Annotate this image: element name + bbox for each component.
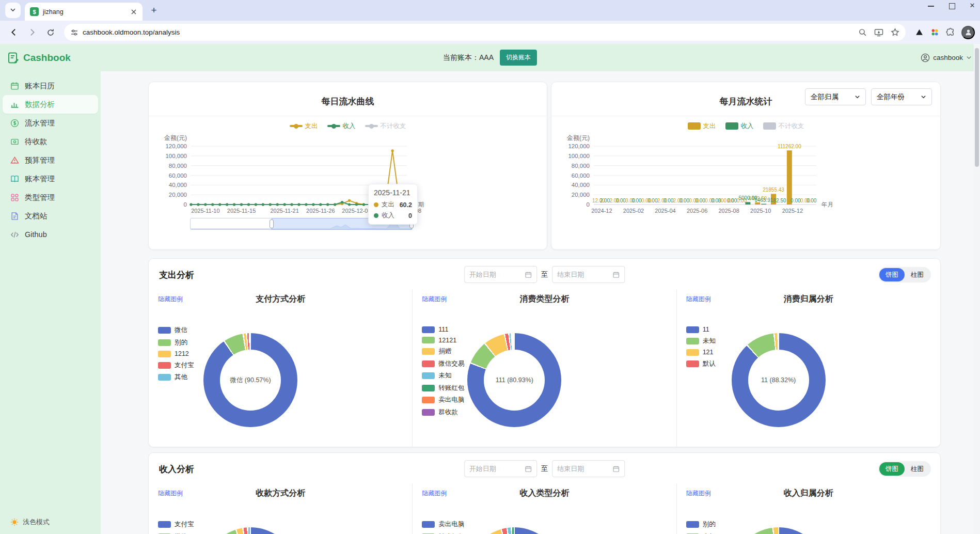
reload-button[interactable] — [42, 24, 59, 41]
calendar-icon — [525, 271, 532, 278]
legend-item[interactable]: 群收款 — [422, 408, 464, 417]
legend-item[interactable]: 微信 — [158, 326, 194, 335]
legend-item[interactable]: 微信交易 — [422, 359, 464, 368]
legend-item[interactable]: 11 — [686, 326, 716, 333]
tab-close-icon[interactable] — [129, 7, 138, 17]
new-tab-button[interactable]: + — [147, 3, 161, 18]
legend-item[interactable]: 卖出电脑 — [422, 520, 464, 529]
legend-item[interactable]: 未知 — [686, 532, 716, 534]
expense-bar-button[interactable]: 柱图 — [905, 268, 930, 281]
income-pie-button[interactable]: 饼图 — [879, 462, 905, 476]
sidebar-item-receivables[interactable]: 待收款 — [0, 132, 101, 151]
legend-item[interactable]: 收入 — [725, 122, 754, 131]
scrollbar-thumb[interactable] — [975, 48, 979, 167]
browser-tab[interactable]: $ jizhang — [25, 3, 143, 21]
sidebar-item-types[interactable]: 类型管理 — [0, 188, 101, 207]
hide-legend-link[interactable]: 隐藏图例 — [158, 295, 183, 304]
legend-item[interactable]: 12121 — [422, 337, 464, 344]
switch-book-button[interactable]: 切换账本 — [500, 50, 537, 66]
calendar-icon — [612, 271, 620, 278]
user-menu[interactable]: cashbook — [921, 53, 972, 62]
donut-chart[interactable] — [203, 527, 297, 534]
svg-text:2025-12-01: 2025-12-01 — [342, 208, 371, 214]
legend-item[interactable]: 121 — [686, 349, 716, 356]
url-bar[interactable]: cashbook.oldmoon.top/analysis — [64, 24, 906, 41]
book-icon — [10, 175, 19, 183]
income-start-date-input[interactable] — [464, 460, 537, 477]
legend-item[interactable]: 未知 — [686, 337, 716, 345]
legend-item[interactable]: 微信 — [158, 532, 194, 534]
sidebar-item-github[interactable]: Github — [0, 225, 101, 244]
browser-profile-avatar[interactable] — [961, 26, 975, 39]
window-maximize-button[interactable] — [948, 2, 955, 9]
legend-item[interactable]: 捐赠 — [422, 347, 464, 356]
sidebar-item-label: 文档站 — [25, 211, 48, 221]
svg-text:2025-11-26: 2025-11-26 — [306, 208, 335, 214]
legend-item[interactable]: 1212 — [158, 350, 194, 357]
legend-item[interactable]: 其他 — [158, 373, 194, 382]
bookmark-star-icon[interactable] — [891, 28, 899, 37]
sidebar-item-calendar[interactable]: 账本日历 — [0, 76, 101, 95]
hide-legend-link[interactable]: 隐藏图例 — [686, 489, 711, 498]
year-filter-select[interactable]: 全部年份 — [871, 88, 932, 105]
browser-tab-strip: $ jizhang + ✕ — [0, 0, 980, 21]
window-close-button[interactable]: ✕ — [969, 2, 976, 9]
sidebar-item-budget[interactable]: 预算管理 — [0, 151, 101, 169]
donut-chart[interactable]: 111 (80.93%) — [467, 333, 561, 427]
legend-item[interactable]: 默认 — [686, 359, 716, 368]
legend-item[interactable]: 111 — [422, 326, 464, 333]
expense-pie-button[interactable]: 饼图 — [879, 268, 905, 281]
legend-item[interactable]: 转账红包 — [422, 384, 464, 392]
legend-item[interactable]: 不计收支 — [365, 122, 406, 131]
donut-chart[interactable]: 11 (88.32%) — [732, 333, 826, 427]
pie-chart-title: 收入类型分析 — [413, 484, 676, 499]
legend-item[interactable]: 别的 — [158, 338, 194, 347]
legend-item[interactable]: 未知 — [422, 371, 464, 380]
donut-chart[interactable] — [467, 527, 561, 534]
legend-item[interactable]: 支出 — [290, 122, 318, 131]
sidebar-item-books[interactable]: 账本管理 — [0, 169, 101, 188]
legend-item[interactable]: 支付宝 — [158, 520, 194, 529]
legend-item[interactable]: 卖出电脑 — [422, 396, 464, 404]
donut-chart[interactable] — [732, 527, 826, 534]
income-bar-button[interactable]: 柱图 — [905, 462, 930, 476]
donut-chart[interactable]: 微信 (90.57%) — [203, 333, 297, 427]
page-scrollbar[interactable] — [974, 44, 980, 534]
back-button[interactable] — [5, 24, 22, 41]
sidebar-item-label: 账本日历 — [25, 81, 55, 91]
legend-item[interactable]: 别的 — [686, 520, 716, 529]
forward-button[interactable] — [24, 24, 40, 41]
legend-item[interactable]: 不计收支 — [763, 122, 804, 131]
legend-item[interactable]: 支出 — [688, 122, 716, 131]
datazoom-left-handle[interactable] — [270, 219, 274, 228]
app-logo[interactable]: Cashbook — [0, 52, 101, 64]
income-end-date-input[interactable] — [552, 460, 625, 477]
current-book-label: 当前账本：AAA — [443, 53, 494, 62]
colorful-extension-icon[interactable] — [930, 28, 939, 37]
tab-search-button[interactable] — [5, 3, 21, 18]
hide-legend-link[interactable]: 隐藏图例 — [422, 489, 447, 498]
legend-item[interactable]: 支付宝 — [158, 361, 194, 370]
extensions-puzzle-icon[interactable] — [946, 28, 955, 37]
hide-legend-link[interactable]: 隐藏图例 — [158, 489, 183, 498]
theme-toggle[interactable]: 浅色模式 — [10, 517, 50, 527]
sidebar-item-label: 账本管理 — [25, 174, 55, 184]
triangle-extension-icon[interactable] — [915, 28, 924, 37]
belong-filter-select[interactable]: 全部归属 — [805, 88, 866, 105]
donut-center-label — [203, 527, 297, 534]
svg-text:0.00: 0.00 — [679, 198, 690, 203]
zoom-icon[interactable] — [858, 28, 867, 37]
expense-start-date-input[interactable] — [464, 266, 537, 283]
sidebar-item-analysis[interactable]: 数据分析 — [3, 95, 98, 114]
expense-end-date-input[interactable] — [552, 266, 625, 283]
user-name: cashbook — [933, 54, 963, 61]
window-minimize-button[interactable] — [927, 2, 935, 9]
hide-legend-link[interactable]: 隐藏图例 — [422, 295, 447, 304]
legend-item[interactable]: 转账红包 — [422, 532, 464, 534]
legend-item[interactable]: 收入 — [327, 122, 356, 131]
sidebar-item-flows[interactable]: 流水管理 — [0, 114, 101, 132]
hide-legend-link[interactable]: 隐藏图例 — [686, 295, 711, 304]
install-app-icon[interactable] — [874, 28, 883, 37]
sidebar-item-docs[interactable]: 文档站 — [0, 207, 101, 225]
site-settings-tune-icon[interactable] — [70, 28, 78, 37]
